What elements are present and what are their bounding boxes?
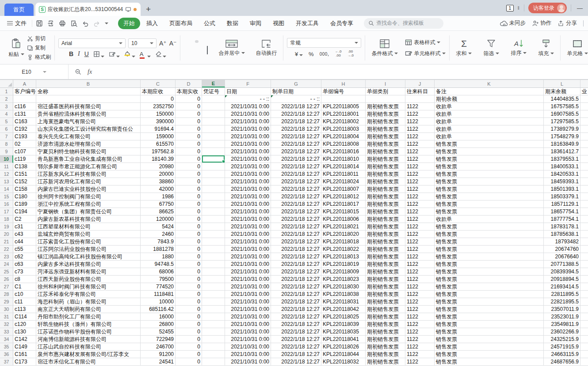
cell-K8[interactable]: 销售发票 — [435, 140, 544, 148]
cell-A2[interactable] — [13, 95, 36, 103]
cell-A11[interactable]: C138 — [13, 163, 36, 170]
cell-D20[interactable]: 0 — [176, 231, 202, 238]
cell-F28[interactable]: 2021/10/31 0:00 — [225, 291, 271, 298]
cell-L24[interactable]: 20771388.5 — [544, 261, 580, 268]
cell-B15[interactable]: 徐州阿卡控制阀门有限公司 — [36, 193, 141, 201]
cell-L37[interactable]: 24687656.9 — [544, 358, 580, 366]
cell-G36[interactable]: 2022/1/18 12:27 — [271, 351, 321, 358]
cell-J30[interactable]: 1122 — [405, 306, 435, 313]
cell-L16[interactable]: 18571129.1 — [544, 201, 580, 208]
cell-B17[interactable]: 宁夏钢铁（集团）有限责任公司 — [36, 208, 141, 216]
bold-button[interactable]: B — [69, 50, 73, 57]
column-header-K[interactable]: K — [435, 80, 544, 87]
cell-H4[interactable]: KPL220118001 — [321, 110, 366, 118]
cell-K31[interactable]: 销售发票 — [435, 313, 544, 321]
cell-A28[interactable]: c10 — [13, 291, 36, 298]
cell-D12[interactable]: 0 — [176, 170, 202, 178]
row-header-5[interactable]: 5 — [0, 118, 13, 125]
cell-M11[interactable] — [580, 163, 588, 170]
cell-G31[interactable]: 2022/1/18 12:27 — [271, 313, 321, 321]
cell-D33[interactable]: 0 — [176, 328, 202, 336]
cell-I4[interactable]: 期初销售发票 — [366, 110, 405, 118]
cell-D8[interactable]: 0 — [176, 140, 202, 148]
cell-D14[interactable]: 0 — [176, 185, 202, 193]
cell-B30[interactable]: 南京正大天晴制药有限公司 — [36, 306, 141, 313]
cell-D21[interactable]: 0 — [176, 238, 202, 246]
column-header-A[interactable]: A — [13, 80, 36, 87]
new-tab-button[interactable]: + — [146, 4, 151, 14]
cell-G14[interactable]: 2022/1/18 12:27 — [271, 185, 321, 193]
format-painter-button[interactable]: 格式刷 — [27, 53, 51, 61]
cell-D28[interactable]: 0 — [176, 291, 202, 298]
cell-G34[interactable]: 2022/1/18 12:27 — [271, 336, 321, 343]
cell-E11[interactable] — [202, 163, 225, 170]
cell-K11[interactable]: 销售发票 — [435, 163, 544, 170]
cell-M37[interactable] — [580, 358, 588, 366]
cell-J1[interactable]: 往来科目 — [405, 88, 435, 95]
cell-F2[interactable]: - - :: — [225, 95, 271, 103]
cell-J35[interactable]: 1122 — [405, 343, 435, 351]
cell-L2[interactable]: 14404835.5 — [544, 95, 580, 103]
table-style-button[interactable]: 表格样式 — [405, 39, 446, 46]
cell-E30[interactable] — [202, 306, 225, 313]
cell-J6[interactable]: 1122 — [405, 125, 435, 133]
cell-G23[interactable]: 2022/1/18 12:27 — [271, 253, 321, 261]
cell-M23[interactable] — [580, 253, 588, 261]
cell-K14[interactable]: 销售发票 — [435, 185, 544, 193]
cell-B27[interactable]: 徐州和利时阀门科技有限公司 — [36, 283, 141, 291]
cell-K23[interactable]: 销售发票 — [435, 253, 544, 261]
cell-B32[interactable]: 轩凯生物科技（滁州）有限公司 — [36, 321, 141, 328]
cell-J20[interactable]: 1122 — [405, 231, 435, 238]
cell-A34[interactable]: C142 — [13, 336, 36, 343]
cell-C34[interactable]: 722949 — [141, 336, 176, 343]
cell-L28[interactable]: 22811895.5 — [544, 291, 580, 298]
eraser-button[interactable] — [155, 51, 166, 57]
cell-G22[interactable]: 2022/1/18 12:27 — [271, 246, 321, 253]
cell-G6[interactable]: 2022/1/18 12:27 — [271, 125, 321, 133]
column-header-cut[interactable] — [580, 80, 588, 87]
cut-button[interactable]: 剪切 — [27, 35, 51, 42]
cell-J17[interactable]: 1122 — [405, 208, 435, 216]
cell-E16[interactable] — [202, 201, 225, 208]
cell-F8[interactable]: 2021/10/31 0:00 — [225, 140, 271, 148]
cell-F14[interactable]: 2021/10/31 0:00 — [225, 185, 271, 193]
cell-H24[interactable]: KPL220118019 — [321, 261, 366, 268]
cell-K13[interactable]: 销售发票 — [435, 178, 544, 185]
row-header-16[interactable]: 16 — [0, 201, 13, 208]
cell-F29[interactable]: 2021/10/31 0:00 — [225, 298, 271, 306]
cell-D37[interactable]: 0 — [176, 358, 202, 366]
cell-F37[interactable]: 2021/10/31 0:00 — [225, 358, 271, 366]
cell-K37[interactable]: 销售发票 — [435, 358, 544, 366]
sum-button[interactable]: Σ 求和 — [453, 38, 474, 58]
cell-K18[interactable]: 收款单 — [435, 216, 544, 223]
cell-L36[interactable]: 24663115.9 — [544, 351, 580, 358]
sync-status-button[interactable]: 未同步 — [500, 19, 526, 27]
cell-G21[interactable]: 2022/1/18 12:27 — [271, 238, 321, 246]
cell-A29[interactable]: c11 — [13, 298, 36, 306]
cell-C5[interactable]: 390000 — [141, 118, 176, 125]
cell-C6[interactable]: 91694.4 — [141, 125, 176, 133]
cell-B2[interactable] — [36, 95, 141, 103]
cell-D27[interactable]: 0 — [176, 283, 202, 291]
window-list-icon[interactable]: ‖ — [518, 6, 520, 11]
zoom-search-icon[interactable] — [75, 68, 81, 75]
cell-C9[interactable]: 197562.8 — [141, 148, 176, 155]
italic-button[interactable]: I — [78, 50, 80, 57]
cell-B10[interactable]: 青岛新惠鲁工业自动化集成有限公司 — [36, 155, 141, 163]
cell-J29[interactable]: 1122 — [405, 298, 435, 306]
cell-L3[interactable]: 16757585.5 — [544, 103, 580, 110]
formula-input[interactable] — [98, 64, 588, 79]
cell-J37[interactable]: 1122 — [405, 358, 435, 366]
column-header-B[interactable]: B — [36, 80, 141, 87]
cell-G18[interactable]: 2022/1/18 12:27 — [271, 216, 321, 223]
cell-I25[interactable]: 期初销售发票 — [366, 268, 405, 276]
cell-C33[interactable]: 52455 — [141, 328, 176, 336]
row-header-35[interactable]: 35 — [0, 343, 13, 351]
cell-H22[interactable]: KPL220118022 — [321, 246, 366, 253]
cell-B3[interactable]: 宿迁盛基医药科技有限公司 — [36, 103, 141, 110]
cell-B19[interactable]: 江西塑星材料有限公司 — [36, 223, 141, 231]
cell-L6[interactable]: 17389279.9 — [544, 125, 580, 133]
cell-J4[interactable]: 1122 — [405, 110, 435, 118]
cell-B28[interactable]: 江苏禾裕泰化学有限公司 — [36, 291, 141, 298]
cell-C28[interactable]: 1118481 — [141, 291, 176, 298]
